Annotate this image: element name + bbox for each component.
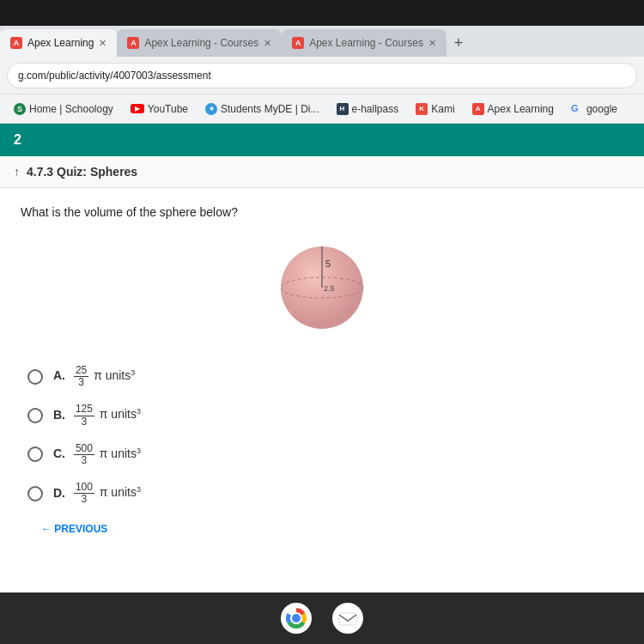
tab-2-close[interactable]: ✕ bbox=[264, 38, 271, 49]
radio-c[interactable] bbox=[27, 447, 43, 462]
svg-point-7 bbox=[292, 614, 301, 623]
previous-button[interactable]: ← PREVIOUS bbox=[41, 523, 107, 535]
option-c[interactable]: C. 5003 π units3 bbox=[27, 443, 617, 466]
tab-3-label: Apex Learning - Courses bbox=[309, 37, 423, 49]
bookmarks-bar: S Home | Schoology ▶ YouTube ★ Students … bbox=[0, 94, 644, 124]
options-list: A. 253 π units3 B. 1253 π units3 bbox=[21, 365, 623, 506]
bookmark-google[interactable]: G google bbox=[564, 100, 624, 118]
bookmark-google-label: google bbox=[586, 103, 617, 115]
tab-bar: A Apex Learning ✕ A Apex Learning - Cour… bbox=[0, 26, 644, 57]
quiz-title: 4.7.3 Quiz: Spheres bbox=[27, 165, 137, 179]
option-d[interactable]: D. 1003 π units3 bbox=[27, 482, 617, 505]
option-b[interactable]: B. 1253 π units3 bbox=[27, 404, 617, 427]
radio-b[interactable] bbox=[27, 408, 43, 423]
question-text: What is the volume of the sphere below? bbox=[21, 205, 623, 219]
address-bar: g.com/public/activity/4007003/assessment bbox=[0, 57, 644, 94]
bookmark-youtube[interactable]: ▶ YouTube bbox=[124, 100, 195, 118]
tab-1-close[interactable]: ✕ bbox=[99, 38, 106, 49]
ehallpass-icon: H bbox=[337, 103, 349, 115]
chrome-taskbar-icon[interactable] bbox=[279, 601, 313, 635]
bookmark-schoology-label: Home | Schoology bbox=[29, 103, 113, 115]
url-text: g.com/public/activity/4007003/assessment bbox=[18, 70, 211, 82]
bookmark-apex[interactable]: A Apex Learning bbox=[465, 100, 561, 118]
option-c-label: C. 5003 π units3 bbox=[53, 443, 141, 466]
section-indicator: 2 bbox=[14, 132, 21, 148]
radio-a[interactable] bbox=[27, 369, 43, 385]
taskbar bbox=[0, 592, 644, 644]
myde-icon: ★ bbox=[205, 103, 217, 115]
google-icon: G bbox=[571, 103, 583, 115]
browser-window: A Apex Learning ✕ A Apex Learning - Cour… bbox=[0, 26, 644, 592]
bookmark-youtube-label: YouTube bbox=[148, 103, 188, 115]
mail-taskbar-icon[interactable] bbox=[331, 601, 365, 635]
tab-1-icon: A bbox=[10, 37, 22, 49]
new-tab-button[interactable]: + bbox=[447, 31, 471, 55]
schoology-icon: S bbox=[14, 103, 26, 115]
previous-label: ← PREVIOUS bbox=[41, 523, 107, 535]
sphere-diagram: 5 2.5 bbox=[21, 236, 623, 339]
kami-icon: K bbox=[416, 103, 428, 115]
svg-text:2.5: 2.5 bbox=[324, 284, 335, 293]
tab-1-label: Apex Learning bbox=[27, 37, 94, 49]
page-content: 2 ↑ 4.7.3 Quiz: Spheres What is the volu… bbox=[0, 124, 644, 592]
bookmark-kami-label: Kami bbox=[431, 103, 454, 115]
tab-2[interactable]: A Apex Learning - Courses ✕ bbox=[117, 29, 282, 57]
option-a[interactable]: A. 253 π units3 bbox=[27, 365, 617, 388]
radio-d[interactable] bbox=[27, 486, 43, 501]
quiz-title-icon: ↑ bbox=[14, 165, 20, 179]
bookmark-schoology[interactable]: S Home | Schoology bbox=[7, 100, 120, 118]
nav-bar: ← PREVIOUS bbox=[21, 506, 623, 552]
bookmark-apex-label: Apex Learning bbox=[488, 103, 554, 115]
option-d-label: D. 1003 π units3 bbox=[53, 482, 141, 505]
tab-3-close[interactable]: ✕ bbox=[428, 38, 436, 49]
option-a-label: A. 253 π units3 bbox=[53, 365, 135, 388]
tab-3-icon: A bbox=[292, 37, 304, 49]
apex-bookmark-icon: A bbox=[472, 103, 484, 115]
tab-2-label: Apex Learning - Courses bbox=[144, 37, 258, 49]
tab-1[interactable]: A Apex Learning ✕ bbox=[0, 29, 117, 57]
bookmark-kami[interactable]: K Kami bbox=[409, 100, 461, 118]
bookmark-ehallpass-label: e-hallpass bbox=[352, 103, 399, 115]
quiz-header-bar: 2 bbox=[0, 124, 644, 156]
question-area: What is the volume of the sphere below? bbox=[0, 188, 644, 569]
youtube-icon: ▶ bbox=[131, 104, 144, 113]
bookmark-myde-label: Students MyDE | Di... bbox=[221, 103, 319, 115]
sphere-svg: 5 2.5 bbox=[270, 236, 374, 339]
option-b-label: B. 1253 π units3 bbox=[53, 404, 141, 427]
tab-3[interactable]: A Apex Learning - Courses ✕ bbox=[282, 29, 447, 57]
url-input[interactable]: g.com/public/activity/4007003/assessment bbox=[7, 63, 637, 88]
svg-rect-9 bbox=[339, 613, 356, 625]
bookmark-myde[interactable]: ★ Students MyDE | Di... bbox=[198, 100, 326, 118]
tab-2-icon: A bbox=[127, 37, 139, 49]
quiz-title-area: ↑ 4.7.3 Quiz: Spheres bbox=[0, 156, 644, 188]
svg-text:5: 5 bbox=[325, 258, 331, 269]
bookmark-ehallpass[interactable]: H e-hallpass bbox=[330, 100, 406, 118]
